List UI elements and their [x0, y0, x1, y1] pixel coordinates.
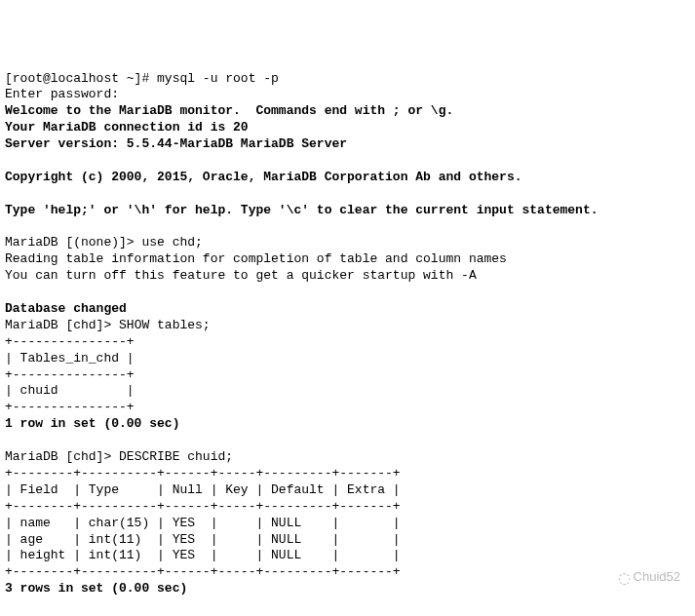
table2-row: | name | char(15) | YES | | NULL | | [5, 516, 401, 530]
command-use: use chd; [141, 235, 202, 250]
watermark: ◌Chuid52 [618, 568, 680, 588]
table1-row: | chuid | [5, 383, 135, 398]
reading-line-1: Reading table information for completion… [5, 251, 507, 266]
database-changed: Database changed [5, 301, 127, 316]
table1-border: +---------------+ [5, 400, 135, 414]
table1-border: +---------------+ [5, 334, 135, 349]
watermark-text: Chuid52 [634, 569, 680, 586]
table1-header: | Tables_in_chd | [5, 351, 135, 366]
mariadb-prompt-chd: MariaDB [chd]> [5, 318, 119, 332]
table2-header: | Field | Type | Null | Key | Default | … [5, 482, 401, 497]
reading-line-2: You can turn off this feature to get a q… [5, 268, 477, 283]
command-show-tables: SHOW tables; [119, 318, 211, 332]
command-describe: DESCRIBE chuid; [119, 449, 233, 464]
table2-border: +--------+----------+------+-----+------… [5, 564, 401, 579]
wechat-icon: ◌ [618, 568, 631, 588]
mariadb-prompt-chd: MariaDB [chd]> [5, 449, 119, 464]
table2-border: +--------+----------+------+-----+------… [5, 499, 401, 514]
result-2: 3 rows in set (0.00 sec) [5, 581, 187, 596]
copyright-line: Copyright (c) 2000, 2015, Oracle, MariaD… [5, 170, 522, 184]
command-mysql: mysql -u root -p [157, 71, 279, 86]
enter-password: Enter password: [5, 87, 119, 101]
mariadb-prompt-none: MariaDB [(none)]> [5, 235, 141, 250]
welcome-line-3: Server version: 5.5.44-MariaDB MariaDB S… [5, 136, 347, 151]
help-line: Type 'help;' or '\h' for help. Type '\c'… [5, 203, 598, 217]
table2-row: | age | int(11) | YES | | NULL | | [5, 532, 401, 547]
table2-row: | height | int(11) | YES | | NULL | | [5, 548, 401, 562]
terminal-output: [root@localhost ~]# mysql -u root -p Ent… [5, 71, 690, 616]
welcome-line-1: Welcome to the MariaDB monitor. Commands… [5, 103, 453, 118]
table1-border: +---------------+ [5, 367, 135, 382]
welcome-line-2: Your MariaDB connection id is 20 [5, 120, 249, 135]
shell-prompt: [root@localhost ~]# [5, 71, 157, 86]
table2-border: +--------+----------+------+-----+------… [5, 466, 401, 481]
result-1: 1 row in set (0.00 sec) [5, 416, 179, 431]
